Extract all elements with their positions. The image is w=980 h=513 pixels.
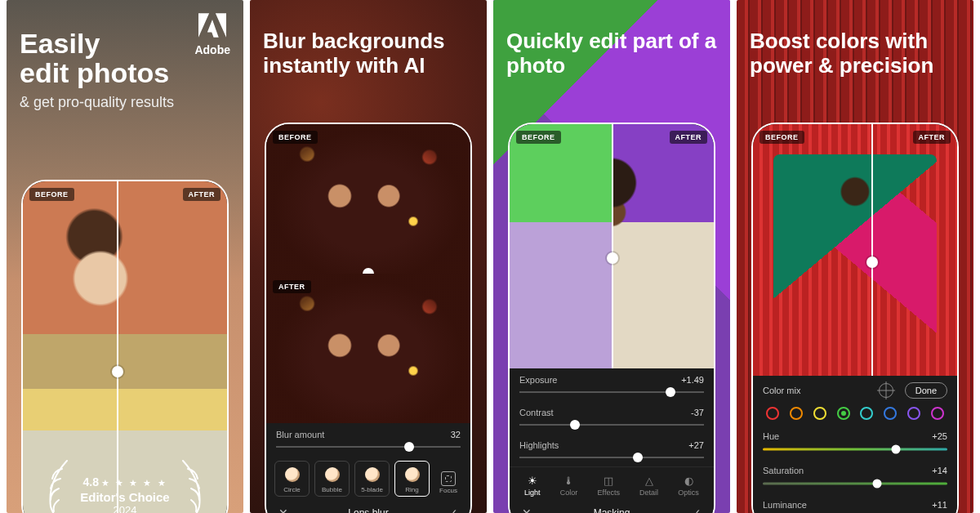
confirm-button[interactable]: ✓	[688, 506, 706, 513]
cancel-button[interactable]: ✕	[518, 506, 536, 513]
panel3-phone: BEFORE AFTER Exposure+1.49Contrast-37Hig…	[508, 123, 715, 513]
panel4-headline-text: Boost colors with power & precision	[750, 29, 933, 78]
award-block: 4.8 ★ ★ ★ ★ ★ Editor's Choice 2024	[23, 475, 227, 513]
exposure-slider[interactable]	[519, 386, 704, 398]
contrast-value: -37	[691, 408, 704, 417]
detail-icon: △	[643, 474, 656, 487]
swatch-magenta[interactable]	[931, 407, 944, 420]
compare-slider[interactable]	[117, 181, 118, 513]
swatch-red[interactable]	[766, 407, 779, 420]
contrast-label: Contrast	[519, 408, 554, 417]
tab-detail[interactable]: △Detail	[636, 472, 662, 498]
before-badge: BEFORE	[273, 131, 318, 144]
exposure-label: Exposure	[519, 375, 557, 385]
panel2-photo-before: BEFORE	[266, 124, 470, 274]
hue-slider[interactable]	[763, 444, 947, 454]
light-icon: ☀	[526, 474, 539, 487]
swatch-yellow[interactable]	[813, 407, 826, 420]
panel1-headline-text: Easily edit photos	[20, 28, 169, 88]
panel4-phone: BEFORE AFTER Color mix Done Hue+25Satura…	[751, 123, 959, 513]
compare-slider[interactable]	[871, 124, 873, 376]
focus-icon	[441, 471, 456, 486]
panel4-photo-fill	[753, 124, 957, 376]
swatch-blue[interactable]	[884, 407, 897, 420]
swatch-orange[interactable]	[790, 407, 803, 420]
after-badge: AFTER	[913, 131, 951, 144]
panel2-controls: Blur amount 32 CircleBubble5-bladeRingFo…	[266, 423, 470, 513]
before-badge: BEFORE	[29, 188, 74, 201]
color-swatch-row	[753, 404, 957, 425]
luminance-value: +11	[932, 500, 947, 510]
color-picker-target-icon[interactable]	[879, 383, 893, 398]
panel3-headline-text: Quickly edit part of a photo	[506, 29, 716, 78]
tab-effects[interactable]: ◫Effects	[595, 472, 623, 498]
panel2-photo-after: AFTER	[266, 274, 470, 423]
swatch-aqua[interactable]	[860, 407, 873, 420]
compare-slider[interactable]	[612, 124, 613, 368]
done-button[interactable]: Done	[905, 382, 947, 399]
tab-light[interactable]: ☀Light	[521, 472, 544, 498]
panel4-headline: Boost colors with power & precision	[750, 29, 960, 78]
tab-color[interactable]: 🌡Color	[557, 472, 581, 498]
exposure-value: +1.49	[681, 375, 704, 385]
panel2-photo-after-fill	[266, 274, 470, 423]
panel3-controls: Exposure+1.49Contrast-37Highlights+27☀Li…	[510, 368, 714, 513]
highlights-label: Highlights	[519, 440, 559, 450]
color-mix-label: Color mix	[763, 386, 800, 395]
before-badge: BEFORE	[760, 131, 804, 144]
before-badge: BEFORE	[516, 131, 561, 144]
highlights-slider[interactable]	[519, 452, 704, 463]
adjust-tabs: ☀Light🌡Color◫Effects△Detail◐Optics	[510, 466, 714, 502]
panel1-headline: Easily edit photos & get pro-quality res…	[20, 29, 230, 111]
panel2-headline: Blur backgrounds instantly with AI	[263, 29, 474, 78]
bokeh-chip-ring[interactable]: Ring	[394, 461, 430, 497]
confirm-button[interactable]: ✓	[444, 506, 462, 513]
hue-value: +25	[932, 431, 947, 441]
award-rating: 4.8	[82, 475, 98, 488]
panel2-photo-before-fill	[266, 124, 470, 274]
bokeh-chip-bubble[interactable]: Bubble	[314, 461, 350, 497]
promo-panel-2: Blur backgrounds instantly with AI BEFOR…	[250, 0, 487, 513]
color-icon: 🌡	[563, 474, 576, 487]
saturation-slider[interactable]	[763, 479, 947, 488]
promo-panel-4: Boost colors with power & precision BEFO…	[737, 0, 973, 513]
after-badge: AFTER	[183, 188, 221, 201]
panel4-controls: Color mix Done Hue+25Saturation+14Lumina…	[753, 376, 957, 513]
bokeh-chip-circle[interactable]: Circle	[274, 461, 310, 497]
panel3-photo: BEFORE AFTER	[510, 124, 714, 368]
cancel-button[interactable]: ✕	[274, 506, 292, 513]
blur-amount-slider[interactable]	[276, 441, 461, 453]
panel1-subhead: & get pro-quality results	[20, 94, 230, 111]
panel2-phone: BEFORE AFTER Blur amount 32 CircleBubble…	[265, 123, 472, 513]
swatch-purple[interactable]	[907, 407, 920, 420]
contrast-slider[interactable]	[519, 419, 704, 430]
blur-amount-label: Blur amount	[276, 430, 324, 439]
swatch-green[interactable]	[837, 407, 850, 420]
luminance-label: Luminance	[763, 500, 807, 510]
blur-amount-value: 32	[451, 430, 461, 439]
award-title: Editor's Choice	[23, 490, 227, 504]
award-year: 2024	[23, 504, 227, 513]
saturation-label: Saturation	[763, 466, 804, 475]
panel2-toolbar: ✕ Lens blur ✓	[266, 502, 470, 513]
effects-icon: ◫	[602, 474, 615, 487]
tab-optics[interactable]: ◐Optics	[675, 472, 702, 498]
after-badge: AFTER	[670, 131, 708, 144]
panel3-toolbar: ✕Masking✓	[510, 502, 714, 513]
toolbar-title: Masking	[539, 507, 684, 513]
panel2-headline-text: Blur backgrounds instantly with AI	[263, 29, 444, 78]
bokeh-chip-row: CircleBubble5-bladeRingFocus	[266, 456, 470, 502]
highlights-value: +27	[688, 440, 704, 450]
focus-button[interactable]: Focus	[434, 461, 462, 497]
bokeh-chip-5-blade[interactable]: 5-blade	[354, 461, 390, 497]
optics-icon: ◐	[682, 474, 695, 487]
award-stars: ★ ★ ★ ★ ★	[101, 478, 167, 488]
hue-label: Hue	[763, 431, 779, 441]
promo-panel-3: Quickly edit part of a photo BEFORE AFTE…	[493, 0, 730, 513]
panel4-photo: BEFORE AFTER	[753, 124, 957, 376]
saturation-value: +14	[932, 466, 947, 475]
panel1-phone: BEFORE AFTER 4.8 ★ ★ ★ ★ ★ Editor's Choi…	[21, 180, 229, 513]
panel3-headline: Quickly edit part of a photo	[506, 29, 717, 78]
after-badge: AFTER	[273, 280, 311, 293]
promo-panel-1: Adobe Easily edit photos & get pro-quali…	[7, 0, 243, 513]
